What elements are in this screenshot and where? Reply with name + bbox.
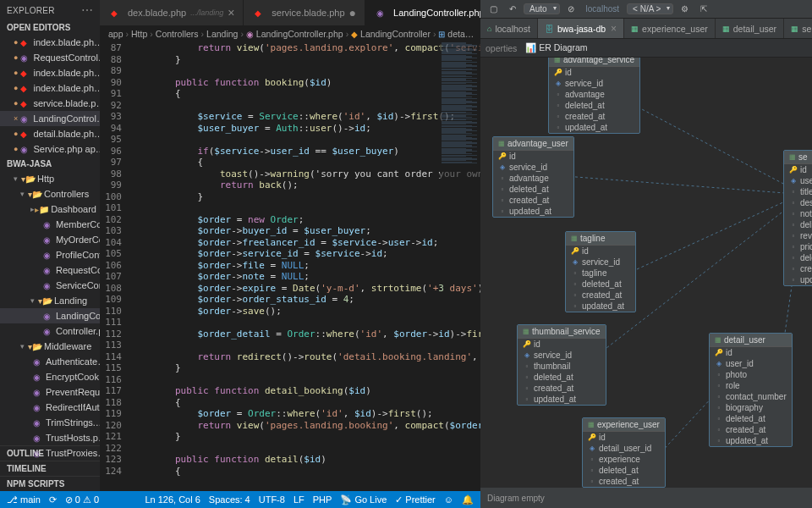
file-item[interactable]: ◉TrimStrings.… — [0, 415, 100, 430]
editor-tab[interactable]: ◆dex.blade.php.../landing× — [100, 0, 244, 25]
db-host[interactable]: localhost — [582, 3, 623, 14]
db-column[interactable]: ▫title — [784, 186, 812, 197]
db-column[interactable]: 🔑id — [583, 432, 665, 443]
db-mode-select[interactable]: Auto — [524, 3, 560, 14]
open-editors-header[interactable]: OPEN EDITORS — [0, 20, 100, 35]
db-column[interactable]: ▫updated_at — [710, 435, 792, 446]
editor-tab[interactable]: ◉LandingController.php● — [365, 0, 480, 25]
folder-item[interactable]: ▸▸📁Dashboard — [0, 202, 100, 217]
feedback-icon[interactable]: ☺ — [444, 494, 453, 505]
er-diagram-tab[interactable]: 📊 ER Diagram — [525, 42, 587, 53]
db-column[interactable]: ◈user_id — [710, 358, 792, 369]
open-editor-item[interactable]: ●◆index.blade.ph… — [0, 80, 100, 96]
code-editor[interactable]: 8788899091929394959697989910010110210310… — [100, 42, 480, 491]
db-column[interactable]: ▫advantage — [493, 173, 573, 184]
file-item[interactable]: ◉RedirectIfAut… — [0, 400, 100, 415]
file-item[interactable]: ◉PreventRequ… — [0, 384, 100, 400]
go-live[interactable]: 📡 Go Live — [340, 494, 387, 505]
file-item[interactable]: ◉LandingCo…● — [0, 308, 100, 323]
prettier[interactable]: ✓ Prettier — [395, 494, 435, 505]
db-column[interactable]: ▫deleted_at — [566, 279, 635, 290]
db-column[interactable]: ▫tagline — [566, 268, 635, 279]
db-table-header[interactable]: ▦thumbnail_service — [518, 325, 606, 339]
db-tab[interactable]: ▦service — [784, 19, 812, 38]
db-column[interactable]: ▫thumbnail — [518, 361, 606, 372]
outline-section[interactable]: OUTLINE — [0, 445, 100, 461]
db-tab[interactable]: ⌂localhost — [480, 19, 538, 38]
indent-setting[interactable]: Spaces: 4 — [209, 494, 250, 505]
db-disconnect-icon[interactable]: ⊘ — [563, 3, 579, 14]
git-branch[interactable]: ⎇ main — [7, 494, 41, 505]
folder-item[interactable]: ▾▾📂Http — [0, 171, 100, 186]
open-editor-item[interactable]: ●◆service.blade.p… — [0, 96, 100, 111]
db-column[interactable]: ▫deleted_at — [518, 372, 606, 383]
open-editor-item[interactable]: ●◆index.blade.ph… — [0, 65, 100, 80]
db-table-advantage_user[interactable]: ▦advantage_user🔑id◈service_id▫advantage▫… — [492, 136, 574, 218]
encoding[interactable]: UTF-8 — [259, 494, 285, 505]
breadcrumb-item[interactable]: app — [108, 29, 123, 39]
db-column[interactable]: ▫deleted_at — [549, 100, 639, 111]
db-column[interactable]: ▫deleted_at — [710, 413, 792, 424]
db-tab[interactable]: ▦detail_user — [716, 19, 784, 38]
db-column[interactable]: ◈user_ — [784, 175, 812, 186]
open-editor-item[interactable]: ●◉RequestControl… — [0, 50, 100, 65]
db-table-advantage_service[interactable]: ▦advantage_service🔑id◈service_id▫advanta… — [548, 58, 640, 134]
db-column[interactable]: ◈service_id — [518, 350, 606, 361]
eol[interactable]: LF — [294, 494, 304, 505]
db-column[interactable]: ◈service_id — [549, 78, 639, 89]
db-table-header[interactable]: ▦tagline — [566, 232, 635, 246]
db-column[interactable]: ▫created_at — [549, 111, 639, 122]
cursor-position[interactable]: Ln 126, Col 6 — [145, 494, 200, 505]
file-item[interactable]: ◉RequestCo…● — [0, 262, 100, 278]
db-column[interactable]: ▫revisi — [784, 230, 812, 241]
db-column[interactable]: ▫created_at — [566, 290, 635, 301]
db-column[interactable]: ▫upda — [784, 274, 812, 285]
db-column[interactable]: ▫updated_at — [518, 394, 606, 405]
db-column[interactable]: ▫created_at — [493, 195, 573, 206]
close-icon[interactable]: × — [611, 23, 617, 35]
db-column[interactable]: ▫updated_at — [549, 122, 639, 133]
db-column[interactable]: ◈service_id — [566, 257, 635, 268]
db-table-header[interactable]: ▦advantage_user — [493, 137, 573, 151]
db-table-tagline[interactable]: ▦tagline🔑id◈service_id▫tagline▫deleted_a… — [565, 231, 636, 312]
db-tab[interactable]: 🗄bwa-jasa-db× — [538, 19, 624, 38]
db-column[interactable]: ▫delet — [784, 252, 812, 263]
db-column[interactable]: ◈service_id — [493, 162, 573, 173]
project-header[interactable]: BWA-JASA — [0, 157, 100, 171]
sync-icon[interactable]: ⟳ — [49, 494, 57, 505]
open-editor-item[interactable]: ●◆detail.blade.ph… — [0, 126, 100, 141]
file-item[interactable]: ◉MyOrderCo… — [0, 232, 100, 247]
file-item[interactable]: ◉ProfileCont… — [0, 247, 100, 262]
problems[interactable]: ⊘ 0 ⚠ 0 — [65, 494, 99, 505]
db-column[interactable]: ◈detail_user_id — [583, 443, 665, 454]
breadcrumb-item[interactable]: ◉ LandingController.php — [246, 29, 343, 39]
db-column[interactable]: ▫role — [710, 380, 792, 391]
er-diagram-canvas[interactable]: ▦advantage_service🔑id◈service_id▫advanta… — [480, 58, 812, 488]
db-column[interactable]: 🔑id — [784, 164, 812, 175]
db-save-icon[interactable]: ▢ — [486, 3, 502, 14]
db-column[interactable]: ▫creat — [784, 263, 812, 274]
breadcrumb-item[interactable]: ⊞ deta… — [438, 29, 474, 39]
folder-item[interactable]: ▾▾📂Controllers — [0, 186, 100, 202]
db-schema-select[interactable]: < N/A > — [627, 3, 673, 14]
db-table-header[interactable]: ▦advantage_service — [549, 58, 639, 67]
db-column[interactable]: ▫biography — [710, 402, 792, 413]
timeline-section[interactable]: TIMELINE — [0, 461, 100, 476]
db-table-header[interactable]: ▦detail_user — [710, 334, 792, 347]
db-table-header[interactable]: ▦experience_user — [583, 418, 665, 432]
db-column[interactable]: 🔑id — [493, 151, 573, 162]
db-column[interactable]: 🔑id — [566, 246, 635, 257]
open-editor-item[interactable]: ×◉LandingControl… — [0, 111, 100, 126]
db-revert-icon[interactable]: ↶ — [505, 3, 520, 14]
db-table-detail_user[interactable]: ▦detail_user🔑id◈user_id▫photo▫role▫conta… — [709, 333, 793, 447]
minimap[interactable] — [440, 42, 480, 212]
code-content[interactable]: return view('pages.landing.explore', com… — [130, 42, 480, 477]
file-item[interactable]: ◉ServiceCon… — [0, 278, 100, 293]
file-item[interactable]: ◉Authenticate… — [0, 354, 100, 369]
npm-scripts-section[interactable]: NPM SCRIPTS — [0, 476, 100, 491]
db-column[interactable]: ▫created_at — [710, 424, 792, 435]
editor-tab[interactable]: ◆service.blade.php● — [244, 0, 365, 25]
file-item[interactable]: ◉MemberCo… — [0, 217, 100, 232]
db-column[interactable]: 🔑id — [518, 339, 606, 350]
db-column[interactable]: ▫updated_at — [493, 206, 573, 217]
